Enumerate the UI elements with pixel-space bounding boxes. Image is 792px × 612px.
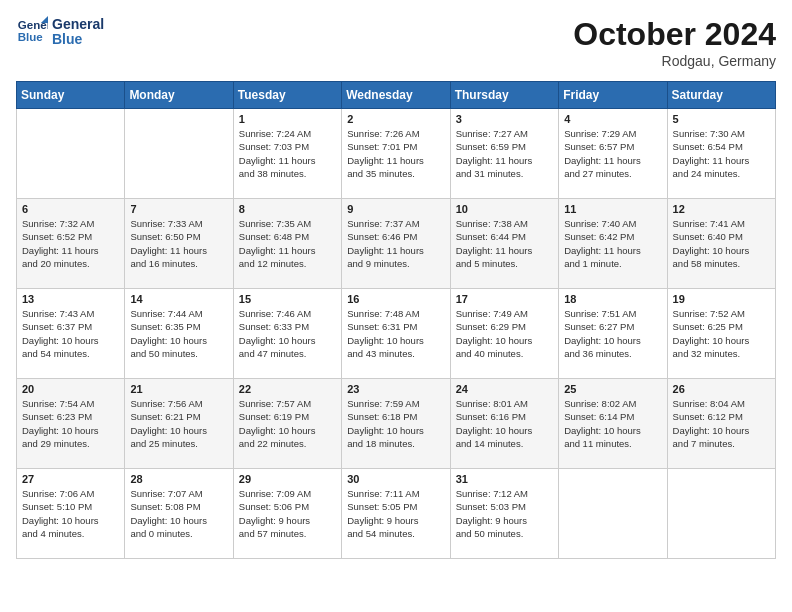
calendar-cell: 12Sunrise: 7:41 AM Sunset: 6:40 PM Dayli…: [667, 199, 775, 289]
day-number: 21: [130, 383, 227, 395]
calendar-cell: 13Sunrise: 7:43 AM Sunset: 6:37 PM Dayli…: [17, 289, 125, 379]
logo-general: General: [52, 17, 104, 32]
calendar-cell: 17Sunrise: 7:49 AM Sunset: 6:29 PM Dayli…: [450, 289, 558, 379]
calendar-cell: 6Sunrise: 7:32 AM Sunset: 6:52 PM Daylig…: [17, 199, 125, 289]
day-number: 28: [130, 473, 227, 485]
calendar-cell: 15Sunrise: 7:46 AM Sunset: 6:33 PM Dayli…: [233, 289, 341, 379]
calendar-cell: 26Sunrise: 8:04 AM Sunset: 6:12 PM Dayli…: [667, 379, 775, 469]
day-info: Sunrise: 7:52 AM Sunset: 6:25 PM Dayligh…: [673, 307, 770, 360]
calendar-cell: 29Sunrise: 7:09 AM Sunset: 5:06 PM Dayli…: [233, 469, 341, 559]
calendar-cell: [559, 469, 667, 559]
day-info: Sunrise: 8:04 AM Sunset: 6:12 PM Dayligh…: [673, 397, 770, 450]
day-number: 4: [564, 113, 661, 125]
day-number: 14: [130, 293, 227, 305]
calendar-cell: 8Sunrise: 7:35 AM Sunset: 6:48 PM Daylig…: [233, 199, 341, 289]
day-number: 1: [239, 113, 336, 125]
col-header-friday: Friday: [559, 82, 667, 109]
day-number: 19: [673, 293, 770, 305]
day-number: 3: [456, 113, 553, 125]
day-number: 6: [22, 203, 119, 215]
day-number: 22: [239, 383, 336, 395]
day-info: Sunrise: 7:56 AM Sunset: 6:21 PM Dayligh…: [130, 397, 227, 450]
day-info: Sunrise: 7:51 AM Sunset: 6:27 PM Dayligh…: [564, 307, 661, 360]
calendar-cell: 19Sunrise: 7:52 AM Sunset: 6:25 PM Dayli…: [667, 289, 775, 379]
day-info: Sunrise: 7:32 AM Sunset: 6:52 PM Dayligh…: [22, 217, 119, 270]
title-block: October 2024 Rodgau, Germany: [573, 16, 776, 69]
day-number: 7: [130, 203, 227, 215]
calendar-cell: [17, 109, 125, 199]
location: Rodgau, Germany: [573, 53, 776, 69]
day-info: Sunrise: 7:57 AM Sunset: 6:19 PM Dayligh…: [239, 397, 336, 450]
day-number: 12: [673, 203, 770, 215]
calendar-cell: 31Sunrise: 7:12 AM Sunset: 5:03 PM Dayli…: [450, 469, 558, 559]
page-header: General Blue General Blue October 2024 R…: [16, 16, 776, 69]
calendar-header-row: SundayMondayTuesdayWednesdayThursdayFrid…: [17, 82, 776, 109]
day-info: Sunrise: 7:40 AM Sunset: 6:42 PM Dayligh…: [564, 217, 661, 270]
day-info: Sunrise: 7:12 AM Sunset: 5:03 PM Dayligh…: [456, 487, 553, 540]
calendar-cell: 3Sunrise: 7:27 AM Sunset: 6:59 PM Daylig…: [450, 109, 558, 199]
calendar-cell: 10Sunrise: 7:38 AM Sunset: 6:44 PM Dayli…: [450, 199, 558, 289]
calendar-cell: 18Sunrise: 7:51 AM Sunset: 6:27 PM Dayli…: [559, 289, 667, 379]
day-info: Sunrise: 7:49 AM Sunset: 6:29 PM Dayligh…: [456, 307, 553, 360]
day-info: Sunrise: 7:06 AM Sunset: 5:10 PM Dayligh…: [22, 487, 119, 540]
day-info: Sunrise: 7:29 AM Sunset: 6:57 PM Dayligh…: [564, 127, 661, 180]
calendar-cell: 25Sunrise: 8:02 AM Sunset: 6:14 PM Dayli…: [559, 379, 667, 469]
day-number: 9: [347, 203, 444, 215]
day-number: 26: [673, 383, 770, 395]
logo-icon: General Blue: [16, 16, 48, 48]
day-info: Sunrise: 7:46 AM Sunset: 6:33 PM Dayligh…: [239, 307, 336, 360]
calendar-body: 1Sunrise: 7:24 AM Sunset: 7:03 PM Daylig…: [17, 109, 776, 559]
day-info: Sunrise: 7:27 AM Sunset: 6:59 PM Dayligh…: [456, 127, 553, 180]
day-info: Sunrise: 7:09 AM Sunset: 5:06 PM Dayligh…: [239, 487, 336, 540]
month-title: October 2024: [573, 16, 776, 53]
day-number: 15: [239, 293, 336, 305]
week-row-2: 6Sunrise: 7:32 AM Sunset: 6:52 PM Daylig…: [17, 199, 776, 289]
calendar-cell: 24Sunrise: 8:01 AM Sunset: 6:16 PM Dayli…: [450, 379, 558, 469]
calendar-cell: 21Sunrise: 7:56 AM Sunset: 6:21 PM Dayli…: [125, 379, 233, 469]
day-number: 27: [22, 473, 119, 485]
day-info: Sunrise: 7:30 AM Sunset: 6:54 PM Dayligh…: [673, 127, 770, 180]
svg-text:Blue: Blue: [18, 31, 44, 43]
day-number: 11: [564, 203, 661, 215]
day-info: Sunrise: 7:07 AM Sunset: 5:08 PM Dayligh…: [130, 487, 227, 540]
day-info: Sunrise: 7:43 AM Sunset: 6:37 PM Dayligh…: [22, 307, 119, 360]
day-number: 10: [456, 203, 553, 215]
calendar-cell: 9Sunrise: 7:37 AM Sunset: 6:46 PM Daylig…: [342, 199, 450, 289]
day-info: Sunrise: 8:01 AM Sunset: 6:16 PM Dayligh…: [456, 397, 553, 450]
col-header-saturday: Saturday: [667, 82, 775, 109]
col-header-tuesday: Tuesday: [233, 82, 341, 109]
col-header-wednesday: Wednesday: [342, 82, 450, 109]
day-number: 30: [347, 473, 444, 485]
day-number: 31: [456, 473, 553, 485]
day-info: Sunrise: 7:11 AM Sunset: 5:05 PM Dayligh…: [347, 487, 444, 540]
day-number: 23: [347, 383, 444, 395]
calendar-cell: 28Sunrise: 7:07 AM Sunset: 5:08 PM Dayli…: [125, 469, 233, 559]
day-info: Sunrise: 7:33 AM Sunset: 6:50 PM Dayligh…: [130, 217, 227, 270]
col-header-sunday: Sunday: [17, 82, 125, 109]
col-header-thursday: Thursday: [450, 82, 558, 109]
day-info: Sunrise: 7:24 AM Sunset: 7:03 PM Dayligh…: [239, 127, 336, 180]
calendar-cell: 1Sunrise: 7:24 AM Sunset: 7:03 PM Daylig…: [233, 109, 341, 199]
week-row-1: 1Sunrise: 7:24 AM Sunset: 7:03 PM Daylig…: [17, 109, 776, 199]
calendar-cell: 11Sunrise: 7:40 AM Sunset: 6:42 PM Dayli…: [559, 199, 667, 289]
week-row-5: 27Sunrise: 7:06 AM Sunset: 5:10 PM Dayli…: [17, 469, 776, 559]
day-number: 13: [22, 293, 119, 305]
calendar-cell: 20Sunrise: 7:54 AM Sunset: 6:23 PM Dayli…: [17, 379, 125, 469]
calendar-cell: 30Sunrise: 7:11 AM Sunset: 5:05 PM Dayli…: [342, 469, 450, 559]
calendar-cell: 2Sunrise: 7:26 AM Sunset: 7:01 PM Daylig…: [342, 109, 450, 199]
day-info: Sunrise: 7:54 AM Sunset: 6:23 PM Dayligh…: [22, 397, 119, 450]
col-header-monday: Monday: [125, 82, 233, 109]
day-info: Sunrise: 7:44 AM Sunset: 6:35 PM Dayligh…: [130, 307, 227, 360]
calendar-cell: 5Sunrise: 7:30 AM Sunset: 6:54 PM Daylig…: [667, 109, 775, 199]
day-number: 29: [239, 473, 336, 485]
day-info: Sunrise: 8:02 AM Sunset: 6:14 PM Dayligh…: [564, 397, 661, 450]
calendar-cell: 7Sunrise: 7:33 AM Sunset: 6:50 PM Daylig…: [125, 199, 233, 289]
calendar-table: SundayMondayTuesdayWednesdayThursdayFrid…: [16, 81, 776, 559]
day-info: Sunrise: 7:48 AM Sunset: 6:31 PM Dayligh…: [347, 307, 444, 360]
day-number: 16: [347, 293, 444, 305]
calendar-cell: 16Sunrise: 7:48 AM Sunset: 6:31 PM Dayli…: [342, 289, 450, 379]
logo: General Blue General Blue: [16, 16, 104, 48]
week-row-4: 20Sunrise: 7:54 AM Sunset: 6:23 PM Dayli…: [17, 379, 776, 469]
day-info: Sunrise: 7:41 AM Sunset: 6:40 PM Dayligh…: [673, 217, 770, 270]
day-info: Sunrise: 7:26 AM Sunset: 7:01 PM Dayligh…: [347, 127, 444, 180]
